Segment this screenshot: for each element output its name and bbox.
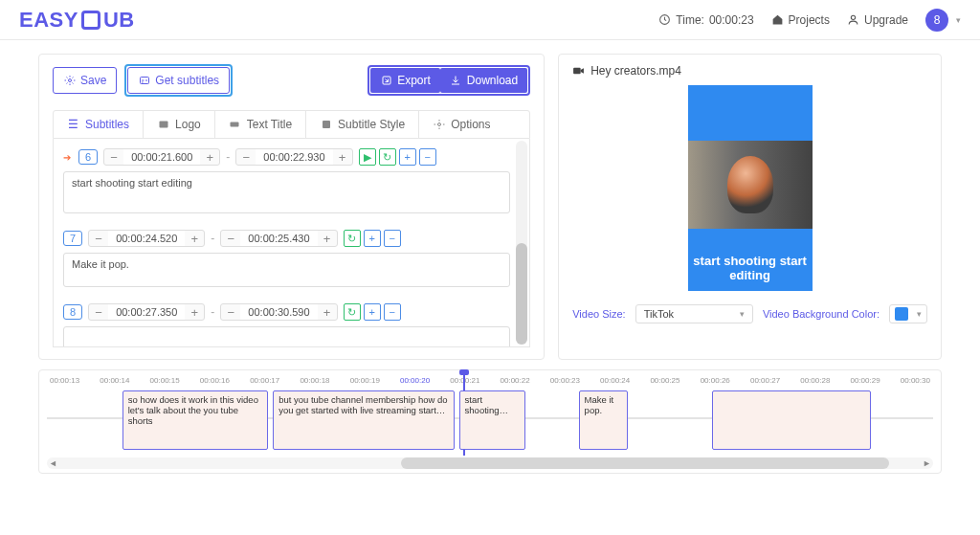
ruler-tick: 00:00:18 — [300, 376, 329, 385]
download-icon — [450, 75, 462, 87]
timeline-scrollbar[interactable]: ◄ ► — [47, 457, 933, 469]
export-button[interactable]: Export — [370, 68, 440, 93]
ruler-tick: 00:00:14 — [100, 376, 129, 385]
time-dash: - — [226, 150, 230, 164]
download-label: Download — [467, 72, 518, 89]
timeline-clip[interactable]: start shooting… — [459, 390, 525, 450]
tab-subtitles[interactable]: ☰ Subtitles — [54, 111, 144, 138]
start-minus-button[interactable]: − — [89, 305, 108, 320]
timeline-clip[interactable]: Make it pop. — [579, 390, 628, 450]
timeline-scrollbar-thumb[interactable] — [401, 457, 888, 469]
export-label: Export — [397, 72, 431, 89]
main-area: Save Get subtitles Export — [0, 40, 980, 364]
start-time[interactable]: 00:00:27.350 — [108, 304, 185, 320]
end-time[interactable]: 00:00:22.930 — [256, 149, 332, 165]
tab-options[interactable]: Options — [419, 111, 503, 138]
add-button[interactable]: + — [399, 148, 416, 166]
timeline-ruler[interactable]: 00:00:1300:00:1400:00:1500:00:1600:00:17… — [47, 376, 933, 385]
download-button[interactable]: Download — [440, 68, 527, 93]
subtitle-scrollbar-thumb[interactable] — [516, 243, 527, 346]
ruler-tick: 00:00:13 — [50, 376, 79, 385]
loop-button[interactable]: ↻ — [344, 230, 361, 247]
end-minus-button[interactable]: − — [236, 150, 256, 165]
end-plus-button[interactable]: + — [318, 232, 337, 246]
end-minus-button[interactable]: − — [221, 305, 240, 320]
time-dash: - — [211, 305, 214, 319]
remove-button[interactable]: − — [419, 148, 436, 166]
upgrade-link[interactable]: Upgrade — [847, 13, 908, 27]
upgrade-label: Upgrade — [864, 13, 908, 27]
subtitle-actions: ↻ + − — [344, 303, 401, 321]
end-plus-button[interactable]: + — [318, 305, 337, 320]
clock-icon — [658, 13, 671, 26]
end-plus-button[interactable]: + — [333, 150, 352, 165]
timeline-clip[interactable]: so how does it work in this video let's … — [122, 390, 269, 450]
get-subtitles-wrap: Get subtitles — [124, 64, 233, 97]
scroll-left-arrow-icon[interactable]: ◄ — [49, 458, 57, 468]
video-frame — [688, 141, 813, 229]
projects-link[interactable]: Projects — [771, 13, 830, 27]
end-minus-button[interactable]: − — [221, 232, 240, 246]
user-menu[interactable]: 8 ▾ — [925, 9, 961, 32]
video-icon — [572, 65, 585, 78]
brand-suffix: UB — [103, 8, 135, 33]
play-button[interactable]: ▶ — [359, 148, 376, 166]
tab-options-label: Options — [451, 118, 490, 131]
tab-text-title[interactable]: Text Title — [215, 111, 306, 138]
timeline-track[interactable]: so how does it work in this video let's … — [47, 389, 933, 454]
tab-subtitle-style[interactable]: Subtitle Style — [306, 111, 419, 138]
start-minus-button[interactable]: − — [104, 150, 123, 165]
subtitle-number: 6 — [78, 149, 98, 165]
upgrade-icon — [847, 13, 859, 26]
save-label: Save — [80, 72, 106, 89]
start-time[interactable]: 00:00:21.600 — [123, 149, 200, 165]
start-plus-button[interactable]: + — [185, 232, 204, 246]
ruler-tick: 00:00:29 — [851, 376, 880, 385]
subtitle-text-input[interactable] — [63, 326, 510, 347]
add-button[interactable]: + — [364, 303, 381, 321]
avatar: 8 — [925, 9, 948, 32]
loop-button[interactable]: ↻ — [379, 148, 396, 166]
video-preview[interactable]: start shooting start editing — [688, 85, 813, 291]
ruler-tick: 00:00:30 — [901, 376, 930, 385]
start-time-box: − 00:00:21.600 + — [103, 148, 220, 166]
ruler-tick: 00:00:24 — [600, 376, 630, 385]
video-size-select[interactable]: TikTok ▾ — [635, 304, 753, 323]
start-plus-button[interactable]: + — [185, 305, 204, 320]
video-bg-label: Video Background Color: — [763, 308, 880, 320]
timeline-clip[interactable]: but you tube channel membership how do y… — [273, 390, 455, 450]
start-plus-button[interactable]: + — [200, 150, 219, 165]
end-time[interactable]: 00:00:30.590 — [240, 304, 317, 320]
ruler-tick: 00:00:15 — [150, 376, 180, 385]
timeline-clip[interactable] — [712, 390, 872, 450]
subtitle-text-input[interactable] — [63, 253, 510, 287]
remove-button[interactable]: − — [384, 303, 401, 321]
subtitles-icon — [138, 75, 150, 87]
tab-logo[interactable]: Logo — [144, 111, 215, 138]
loop-button[interactable]: ↻ — [344, 303, 361, 321]
ruler-tick: 00:00:25 — [650, 376, 679, 385]
video-subject — [727, 156, 773, 213]
subtitle-header: 7 − 00:00:24.520 + - − 00:00:25.430 + ↻ — [63, 230, 510, 247]
scroll-right-arrow-icon[interactable]: ► — [923, 458, 931, 468]
projects-label: Projects — [789, 13, 830, 27]
add-button[interactable]: + — [364, 230, 381, 247]
video-bg-color-picker[interactable]: ▾ — [889, 304, 927, 323]
end-time-box: − 00:00:25.430 + — [220, 230, 337, 247]
get-subtitles-button[interactable]: Get subtitles — [127, 67, 230, 94]
video-filename: Hey creators.mp4 — [590, 64, 681, 78]
gear-icon — [63, 75, 76, 87]
editor-tabs: ☰ Subtitles Logo Text Title Subtitle St — [53, 110, 530, 139]
remove-button[interactable]: − — [384, 230, 401, 247]
subtitle-text-input[interactable] — [63, 171, 510, 213]
ruler-tick: 00:00:17 — [250, 376, 279, 385]
start-minus-button[interactable]: − — [89, 232, 108, 246]
subtitle-scrollbar[interactable] — [516, 141, 527, 345]
image-icon — [157, 119, 169, 131]
video-size-value: TikTok — [644, 308, 674, 320]
start-time[interactable]: 00:00:24.520 — [108, 231, 185, 246]
end-time[interactable]: 00:00:25.430 — [240, 231, 317, 246]
svg-point-2 — [68, 79, 71, 82]
editor-panel: Save Get subtitles Export — [38, 54, 545, 360]
save-button[interactable]: Save — [53, 67, 117, 94]
